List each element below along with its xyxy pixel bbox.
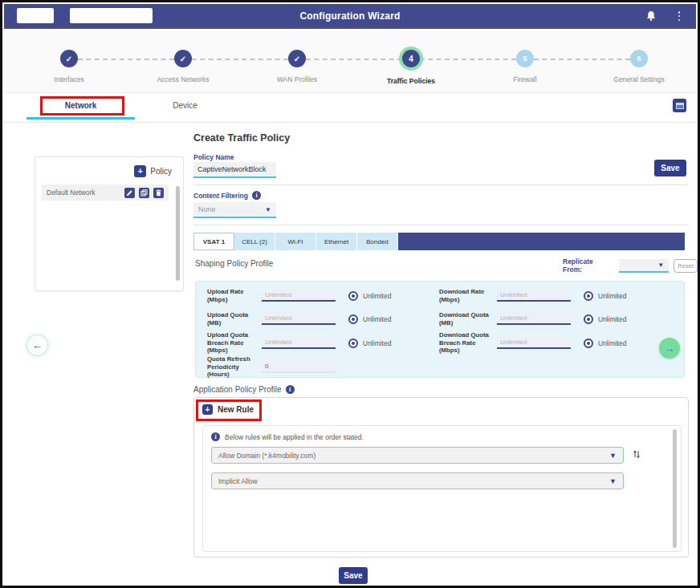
check-icon: ✓: [174, 50, 192, 67]
step-general-settings[interactable]: 6 General Settings: [630, 50, 648, 67]
download-quota-breach-label: Download Quota Breach Rate (Mbps): [439, 331, 495, 355]
policy-name-input[interactable]: [193, 162, 276, 178]
application-policy-box: + New Rule Below rules will be applied i…: [193, 397, 689, 558]
tab-cell-2[interactable]: CELL (2): [234, 233, 275, 250]
chevron-down-icon: ▼: [609, 452, 617, 460]
upload-quota-breach-input[interactable]: [262, 337, 336, 349]
back-button[interactable]: ←: [26, 335, 48, 356]
upload-quota-breach-label: Upload Quota Breach Rate (Mbps): [207, 331, 260, 355]
shaping-policy-panel: Upload Rate (Mbps) Unlimited Upload Quot…: [195, 281, 685, 378]
info-icon: [211, 432, 220, 441]
divider: [193, 225, 689, 225]
replicate-from-label: Replicate From:: [563, 258, 614, 274]
step-wan-profiles[interactable]: ✓ WAN Profiles: [288, 50, 306, 67]
stepper-connector: [192, 59, 288, 60]
upload-rate-label: Upload Rate (Mbps): [207, 288, 260, 303]
chevron-down-icon: ▼: [657, 262, 664, 269]
reorder-icon[interactable]: [632, 448, 641, 460]
save-button[interactable]: Save: [339, 567, 368, 584]
expand-panel-icon[interactable]: [673, 99, 686, 112]
content-filtering-select[interactable]: None ▼: [193, 202, 276, 218]
step-number: 6: [630, 50, 648, 67]
quota-refresh-input[interactable]: [262, 361, 336, 373]
step-firewall[interactable]: 5 Firewall: [516, 50, 534, 67]
tab-wifi[interactable]: Wi-FI: [275, 233, 316, 250]
form-title: Create Traffic Policy: [193, 132, 290, 144]
content-filtering-label: Content Filtering: [193, 192, 248, 200]
rules-scrollbar[interactable]: [673, 429, 677, 548]
info-icon[interactable]: [252, 191, 261, 200]
download-rate-label: Download Rate (Mbps): [439, 288, 495, 303]
overflow-menu-icon[interactable]: [677, 10, 682, 22]
plus-icon: +: [134, 165, 146, 177]
policy-name-label: Policy Name: [193, 153, 234, 161]
divider: [193, 185, 689, 185]
annotation-box-new-rule: [196, 399, 262, 421]
policy-list-scrollbar[interactable]: [176, 186, 180, 281]
configuration-wizard-window: Configuration Wizard ✓ Interfaces ✓ Acce…: [0, 0, 700, 588]
download-quota-label: Download Quota (MB): [439, 311, 495, 326]
stepper-connector: [306, 59, 402, 60]
download-quota-input[interactable]: [497, 313, 571, 325]
chevron-down-icon: ▼: [265, 206, 271, 213]
reset-button[interactable]: Reset: [674, 259, 698, 273]
download-quota-breach-input[interactable]: [497, 337, 571, 349]
delete-icon[interactable]: [153, 188, 164, 198]
rules-info-text: Below rules will be applied in the order…: [225, 433, 364, 441]
step-traffic-policies[interactable]: 4 Traffic Policies: [402, 50, 420, 67]
stepper-connector: [78, 59, 174, 60]
upload-rate-input[interactable]: [262, 290, 336, 302]
tab-device[interactable]: Device: [135, 94, 235, 117]
upload-quota-label: Upload Quota (MB): [207, 311, 260, 326]
app-header: Configuration Wizard: [4, 4, 696, 29]
tab-vsat-1[interactable]: VSAT 1: [193, 233, 234, 250]
policy-list-panel: + Policy Default Network: [35, 156, 184, 291]
quota-refresh-label: Quota Refresh Periodicity (Hours): [207, 355, 260, 379]
page-title: Configuration Wizard: [4, 10, 696, 22]
rule-dropdown-allow-domain[interactable]: Allow Domain (*.k4mobility.com) ▼: [211, 447, 624, 464]
copy-icon[interactable]: [139, 188, 149, 198]
notifications-bell-icon[interactable]: [645, 10, 657, 22]
replicate-from-select[interactable]: ▼: [619, 259, 669, 273]
download-quota-unlimited-radio[interactable]: [584, 314, 593, 324]
download-quota-breach-unlimited-radio[interactable]: [584, 339, 593, 348]
next-arrow-button[interactable]: →: [659, 338, 680, 359]
step-access-networks[interactable]: ✓ Access Networks: [174, 50, 192, 67]
tab-bonded[interactable]: Bonded: [357, 233, 398, 250]
view-tab-bar: Network Device: [2, 94, 698, 123]
info-icon[interactable]: [286, 385, 295, 394]
wizard-stepper: ✓ Interfaces ✓ Access Networks ✓ WAN Pro…: [2, 30, 698, 93]
rule-dropdown-implicit-allow[interactable]: Implicit Allow ▼: [211, 472, 624, 489]
stepper-connector: [534, 59, 630, 60]
stepper-connector: [420, 59, 516, 60]
rules-container: Below rules will be applied in the order…: [202, 425, 682, 552]
application-profile-title: Application Policy Profile: [193, 385, 282, 394]
step-interfaces[interactable]: ✓ Interfaces: [60, 50, 78, 67]
tab-bar-filler: [398, 233, 685, 250]
upload-quota-input[interactable]: [262, 313, 336, 325]
step-number: 4: [402, 50, 420, 67]
download-rate-input[interactable]: [497, 290, 571, 302]
annotation-box-network: [40, 96, 124, 116]
step-number: 5: [516, 50, 534, 67]
policy-list-item[interactable]: Default Network: [42, 185, 169, 201]
upload-quota-breach-unlimited-radio[interactable]: [348, 339, 358, 348]
wan-tab-bar: VSAT 1 CELL (2) Wi-FI Ethernet Bonded: [193, 233, 685, 250]
chevron-down-icon: ▼: [609, 477, 617, 485]
add-policy-button[interactable]: + Policy: [134, 165, 172, 177]
check-icon: ✓: [60, 50, 78, 67]
save-policy-button[interactable]: Save: [654, 160, 686, 176]
tab-ethernet[interactable]: Ethernet: [316, 233, 357, 250]
active-tab-underline: [26, 117, 135, 120]
edit-icon[interactable]: [124, 188, 135, 198]
upload-rate-unlimited-radio[interactable]: [348, 291, 358, 301]
download-rate-unlimited-radio[interactable]: [584, 291, 593, 301]
upload-quota-unlimited-radio[interactable]: [348, 314, 358, 324]
check-icon: ✓: [288, 50, 306, 67]
shaping-profile-title: Shaping Policy Profile: [195, 259, 273, 268]
